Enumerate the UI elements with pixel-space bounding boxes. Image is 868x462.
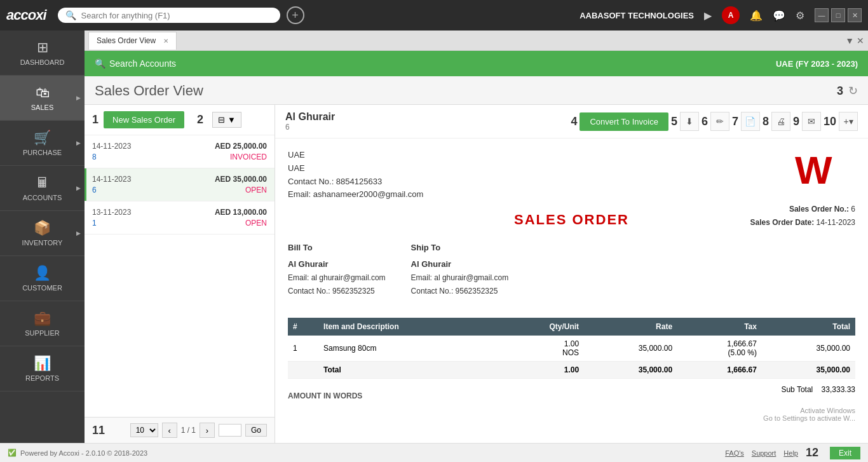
order-status-open: OPEN [245, 186, 267, 194]
total-label-cell [288, 362, 318, 379]
search-bar[interactable]: 🔍 [58, 8, 280, 23]
add-button[interactable]: + [287, 6, 304, 24]
order-amount: AED 25,000.00 [215, 142, 267, 151]
company-logo: W [792, 149, 855, 194]
document-area: UAE UAE Contact No.: 8854125633 Email: a… [275, 139, 868, 443]
more-button[interactable]: +▾ [839, 112, 858, 131]
page-size-select[interactable]: 10 [130, 423, 158, 437]
tab-close-icon[interactable]: ✕ [163, 37, 168, 44]
order-id: 8 [92, 153, 97, 161]
order-date-label: Sales Order Date: [750, 218, 815, 227]
convert-to-invoice-button[interactable]: Convert To Invoice [580, 112, 668, 131]
sidebar-item-accounts[interactable]: 🖩 ACCOUNTS ▶ [0, 166, 85, 211]
svg-text:W: W [795, 149, 832, 187]
gear-icon[interactable]: ⚙ [796, 10, 804, 22]
bill-name: Al Ghurair [288, 257, 386, 271]
sidebar-item-supplier[interactable]: 💼 SUPPLIER [0, 301, 85, 346]
order-item[interactable]: 13-11-2023 AED 13,000.00 1 OPEN [85, 201, 275, 234]
download-button[interactable]: ⬇ [680, 112, 699, 131]
order-item-id-row: 8 INVOICED [92, 153, 267, 161]
sub-total-label: Sub Total [781, 385, 813, 394]
tab-bar-controls: ▼ ✕ [845, 36, 864, 46]
row-qty: 1.00 NOS [499, 336, 584, 362]
order-active-border [85, 168, 86, 201]
email-button[interactable]: ✉ [802, 112, 821, 131]
go-button[interactable]: Go [245, 424, 267, 437]
page-jump-input[interactable] [219, 424, 241, 437]
sidebar-item-dashboard[interactable]: ⊞ DASHBOARD [0, 31, 85, 76]
row-num: 1 [288, 336, 318, 362]
sidebar-item-reports[interactable]: 📊 REPORTS [0, 346, 85, 391]
maximize-button[interactable]: □ [831, 8, 845, 22]
prev-page-button[interactable]: ‹ [162, 423, 177, 438]
order-item-row: 14-11-2023 AED 35,000.00 [92, 175, 267, 184]
badge-1: 1 [92, 113, 98, 126]
total-qty: 1.00 [499, 362, 584, 379]
tab-sales-order-view[interactable]: Sales Order View ✕ [88, 32, 177, 50]
arrow-icon[interactable]: ▶ [704, 10, 712, 22]
doc-country2: UAE [288, 162, 423, 175]
account-info: Al Ghurair 6 [285, 111, 335, 132]
sidebar-item-customer[interactable]: 👤 CUSTOMER [0, 256, 85, 301]
sidebar: ⊞ DASHBOARD 🛍 SALES ▶ 🛒 PURCHASE ▶ 🖩 ACC… [0, 31, 85, 443]
dashboard-icon: ⊞ [37, 39, 48, 56]
badge-10: 10 [824, 115, 836, 128]
row-total: 35,000.00 [762, 336, 855, 362]
row-tax: 1,666.67 (5.00 %) [677, 336, 762, 362]
new-sales-order-button[interactable]: New Sales Order [104, 111, 184, 128]
bell-icon[interactable]: 🔔 [750, 10, 763, 22]
order-no: 6 [851, 205, 855, 214]
sidebar-item-sales[interactable]: 🛍 SALES ▶ [0, 76, 85, 121]
left-panel-header: 1 New Sales Order 2 ⊟ ▼ [85, 105, 275, 135]
close-button[interactable]: ✕ [848, 8, 862, 22]
doc-country: UAE [288, 149, 423, 162]
tab-pin-button[interactable]: ▼ [845, 36, 854, 46]
content-area: Sales Order View ✕ ▼ ✕ 🔍 Search Accounts… [85, 31, 868, 443]
support-link[interactable]: Support [752, 449, 776, 457]
col-qty: Qty/Unit [499, 318, 584, 336]
order-date: 14-11-2023 [92, 142, 131, 151]
app-footer: ✅ Powered by Accoxi - 2.0.10 © 2018-2023… [0, 443, 868, 462]
exit-button[interactable]: Exit [830, 447, 860, 459]
ship-to-label: Ship To [411, 241, 509, 255]
filter-button[interactable]: ⊟ ▼ [212, 112, 241, 128]
total-tax: 1,666.67 [677, 362, 762, 379]
sales-icon: 🛍 [36, 85, 50, 101]
avatar: A [722, 6, 740, 24]
order-date: 14-11-2023 [92, 175, 131, 184]
badge-9: 9 [793, 115, 799, 128]
sidebar-item-purchase[interactable]: 🛒 PURCHASE ▶ [0, 121, 85, 166]
total-rate: 35,000.00 [584, 362, 677, 379]
ship-name: Al Ghurair [411, 257, 509, 271]
refresh-button[interactable]: ↻ [848, 84, 858, 98]
ship-to-col: Ship To Al Ghurair Email: al ghurair@gma… [411, 241, 509, 297]
sidebar-label-purchase: PURCHASE [23, 149, 62, 156]
accounts-icon: 🖩 [36, 175, 50, 191]
search-input[interactable] [81, 11, 273, 20]
sidebar-label-inventory: INVENTORY [22, 239, 63, 247]
sidebar-label-sales: SALES [31, 104, 53, 111]
help-link[interactable]: Help [783, 449, 798, 457]
page-header-actions: 3 ↻ [837, 84, 858, 98]
order-item-row: 14-11-2023 AED 25,000.00 [92, 142, 267, 151]
minimize-button[interactable]: — [815, 8, 829, 22]
badge-12: 12 [806, 446, 818, 459]
print-button[interactable]: 🖨 [771, 112, 790, 131]
edit-button[interactable]: ✏ [710, 112, 729, 131]
bill-contact: Contact No.: 9562352325 [288, 285, 386, 297]
tab-close-all-button[interactable]: ✕ [857, 36, 864, 46]
fy-label: UAE (FY 2023 - 2023) [776, 59, 858, 69]
search-accounts-button[interactable]: 🔍 Search Accounts [95, 58, 176, 69]
faqs-link[interactable]: FAQ's [725, 449, 744, 457]
chat-icon[interactable]: 💬 [773, 10, 785, 22]
top-bar: accoxi 🔍 + AABASOFT TECHNOLOGIES ▶ A 🔔 💬… [0, 0, 868, 31]
sales-arrow-icon: ▶ [76, 95, 81, 101]
next-page-button[interactable]: › [200, 423, 215, 438]
order-item[interactable]: 14-11-2023 AED 35,000.00 6 OPEN [85, 168, 275, 201]
sidebar-label-supplier: SUPPLIER [25, 329, 59, 337]
pdf-button[interactable]: 📄 [741, 112, 760, 131]
filter-icon: ⊟ [218, 115, 225, 125]
sidebar-item-inventory[interactable]: 📦 INVENTORY ▶ [0, 211, 85, 256]
order-item[interactable]: 14-11-2023 AED 25,000.00 8 INVOICED [85, 135, 275, 168]
badge-2: 2 [197, 113, 203, 126]
